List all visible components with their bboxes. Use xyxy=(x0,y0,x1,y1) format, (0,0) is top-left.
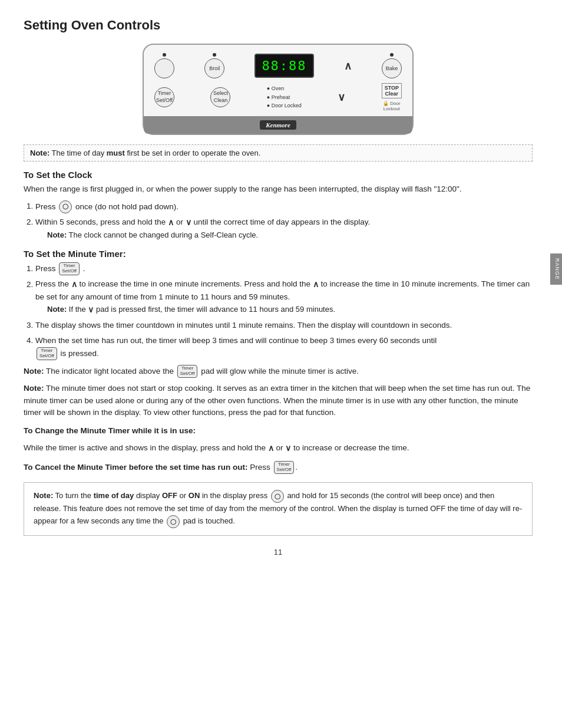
panel-button-1 xyxy=(154,53,174,78)
timer-btn-inline-1: TimerSet/Off xyxy=(59,262,80,275)
oven-panel: Broil 88:88 ∧ Bake TimerSet/Off xyxy=(143,44,414,135)
panel-circle-select: SelectClean xyxy=(210,87,230,107)
panel-button-timer: TimerSet/Off xyxy=(154,87,174,107)
timer-btn-inline-2: TimerSet/Off xyxy=(37,347,57,360)
panel-circle-1 xyxy=(154,58,174,78)
panel-button-select: SelectClean xyxy=(210,87,230,107)
clock-btn-inline: ◯ xyxy=(59,200,72,213)
set-clock-step2: Within 5 seconds, press and hold the ∧ o… xyxy=(35,216,533,241)
stop-clear-group: STOPClear 🔒 DoorLockout xyxy=(382,83,402,111)
set-clock-note: Note: The clock cannot be changed during… xyxy=(47,229,533,241)
minute-timer-heading: To Set the Minute Timer: xyxy=(24,249,533,259)
indicator-oven: Oven xyxy=(267,84,302,93)
panel-circle-broil: Broil xyxy=(204,58,224,78)
set-clock-heading: To Set the Clock xyxy=(24,170,533,180)
set-clock-body: When the range is first plugged in, or w… xyxy=(24,183,533,196)
door-lockout-label: 🔒 DoorLockout xyxy=(383,101,401,111)
arrow-up-inline: ∧ xyxy=(168,216,174,229)
side-tab-text: RANGE xyxy=(554,258,560,280)
oven-display: 88:88 xyxy=(254,54,313,78)
minute-timer-note2-para: Note: The minute timer does not start or… xyxy=(24,383,533,420)
arrow-up-2: ∧ xyxy=(71,278,77,291)
stop-clear-button: STOPClear xyxy=(382,83,402,98)
panel-button-broil: Broil xyxy=(204,53,224,78)
change-timer-body: While the timer is active and shows in t… xyxy=(24,442,533,455)
arrow-down-change: ∨ xyxy=(285,442,291,455)
minute-timer-steps: Press TimerSet/Off . Press the ∧ to incr… xyxy=(35,262,533,360)
arrow-down-inline: ∨ xyxy=(186,216,191,229)
note-top-text: Note: The time of day must first be set … xyxy=(30,149,260,157)
page-title: Setting Oven Controls xyxy=(24,18,533,33)
indicator-preheat: Preheat xyxy=(267,93,302,101)
indicator-group: Oven Preheat Door Locked xyxy=(267,84,302,110)
panel-bottom-row: TimerSet/Off SelectClean Oven Preheat Do… xyxy=(154,83,402,111)
oven-panel-illustration: Broil 88:88 ∧ Bake TimerSet/Off xyxy=(24,44,533,135)
panel-circle-timer: TimerSet/Off xyxy=(154,87,174,107)
minute-timer-note2: Note: If the ∨ pad is pressed first, the… xyxy=(47,304,533,316)
panel-up-arrow: ∧ xyxy=(344,60,352,73)
note-top: Note: The time of day must first be set … xyxy=(24,144,533,162)
timer-btn-inline-3: TimerSet/Off xyxy=(177,365,198,378)
panel-down-arrow: ∨ xyxy=(338,91,345,104)
timer-btn-cancel: TimerSet/Off xyxy=(274,461,295,474)
indicator-door-locked: Door Locked xyxy=(267,101,302,110)
minute-timer-step3: The display shows the timer countdown in… xyxy=(35,319,533,332)
side-tab: RANGE xyxy=(550,253,562,285)
arrow-up-3: ∧ xyxy=(313,278,319,291)
minute-timer-step4: When the set time has run out, the timer… xyxy=(35,335,533,360)
panel-button-bake: Bake xyxy=(382,53,402,78)
bottom-note-box: Note: To turn the time of day display OF… xyxy=(24,482,533,536)
clock-btn-bottom: ◯ xyxy=(271,490,284,503)
minute-timer-step1: Press TimerSet/Off . xyxy=(35,262,533,275)
panel-top-row: Broil 88:88 ∧ Bake xyxy=(154,53,402,78)
set-clock-step1: Press ◯ once (do not hold pad down). xyxy=(35,200,533,213)
set-clock-steps: Press ◯ once (do not hold pad down). Wit… xyxy=(35,200,533,241)
arrow-up-change: ∧ xyxy=(268,442,274,455)
change-timer-heading: To Change the Minute Timer while it is i… xyxy=(24,425,533,437)
bottom-note-text: Note: To turn the time of day display OF… xyxy=(34,491,522,525)
kenmore-logo: Kenmore xyxy=(260,120,296,130)
panel-circle-bake: Bake xyxy=(382,58,402,78)
kenmore-bar: Kenmore xyxy=(144,116,412,134)
arrow-down-2: ∨ xyxy=(88,304,94,316)
minute-timer-step2: Press the ∧ to increase the time in one … xyxy=(35,278,533,316)
page-number: 11 xyxy=(24,548,533,556)
clock-btn-bottom2: ◯ xyxy=(167,515,180,528)
cancel-timer-line: To Cancel the Minute Timer before the se… xyxy=(24,461,533,474)
minute-timer-note1: Note: The indicator light located above … xyxy=(24,365,533,378)
